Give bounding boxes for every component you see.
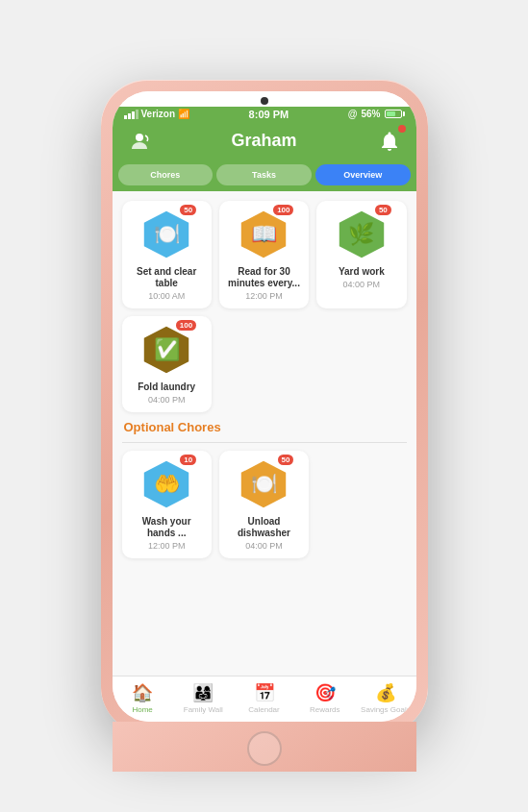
dishwasher-points: 50 bbox=[278, 455, 294, 465]
laundry-name: Fold laundry bbox=[138, 381, 195, 393]
home-button[interactable] bbox=[247, 731, 282, 766]
hexagon-reading: 📖 bbox=[238, 209, 289, 260]
tab-chores[interactable]: Chores bbox=[118, 164, 214, 185]
section-divider bbox=[122, 442, 407, 443]
nav-calendar[interactable]: 📅 Calendar bbox=[234, 682, 294, 714]
phone-screen: Verizon 📶 8:09 PM @ 56% bbox=[113, 91, 416, 722]
wash-icon: 🤲 bbox=[154, 472, 180, 497]
savings-icon: 💰 bbox=[375, 682, 396, 703]
battery-percent-label: 56% bbox=[361, 109, 380, 119]
reading-name: Read for 30 minutes every... bbox=[225, 266, 303, 289]
bottom-nav: 🏠 Home 👨‍👩‍👧 Family Wall 📅 Calendar 🎯 Re… bbox=[113, 676, 416, 722]
laundry-icon: ✅ bbox=[154, 337, 180, 362]
wash-name: Wash your hands ... bbox=[128, 516, 206, 539]
home-label: Home bbox=[132, 705, 152, 714]
home-icon: 🏠 bbox=[132, 682, 153, 703]
chore-icon-wrap-dishwasher: 🍽️ 50 bbox=[238, 458, 289, 510]
hexagon-laundry: ✅ bbox=[140, 324, 192, 376]
camera-dot bbox=[261, 97, 268, 105]
chore-icon-wrap-reading: 📖 100 bbox=[238, 209, 289, 260]
rewards-icon: 🎯 bbox=[314, 682, 336, 703]
battery-icon bbox=[385, 110, 405, 118]
tab-overview[interactable]: Overview bbox=[315, 164, 411, 185]
chore-card-dishwasher[interactable]: 🍽️ 50 Unload dishwasher 04:00 PM bbox=[219, 451, 309, 558]
dishwasher-time: 04:00 PM bbox=[245, 541, 283, 551]
hexagon-set-clear: 🍽️ bbox=[140, 209, 192, 260]
chore-icon-wrap-wash: 🤲 10 bbox=[140, 458, 192, 510]
profile-icon[interactable] bbox=[126, 128, 153, 155]
notification-badge bbox=[398, 125, 406, 133]
required-chores-grid: 🍽️ 50 Set and clear table 10:00 AM bbox=[122, 201, 407, 308]
reading-icon: 📖 bbox=[251, 222, 277, 247]
calendar-icon: 📅 bbox=[254, 682, 275, 703]
yard-points: 50 bbox=[375, 205, 391, 215]
status-left: Verizon 📶 bbox=[124, 109, 190, 119]
yard-icon: 🌿 bbox=[348, 222, 374, 247]
chore-card-reading[interactable]: 📖 100 Read for 30 minutes every... 12:00… bbox=[219, 201, 309, 308]
reading-points: 100 bbox=[273, 205, 293, 215]
savings-label: Savings Goals bbox=[361, 705, 411, 714]
carrier-label: Verizon bbox=[141, 109, 176, 119]
set-clear-name: Set and clear table bbox=[128, 266, 206, 289]
svg-point-0 bbox=[136, 134, 143, 141]
notch bbox=[113, 91, 416, 107]
status-right: @ 56% bbox=[348, 109, 405, 119]
optional-section: Optional Chores 🤲 10 bbox=[122, 420, 407, 558]
reading-time: 12:00 PM bbox=[245, 291, 283, 301]
nav-home[interactable]: 🏠 Home bbox=[113, 682, 173, 714]
set-clear-icon: 🍽️ bbox=[154, 222, 180, 247]
chore-card-set-clear-table[interactable]: 🍽️ 50 Set and clear table 10:00 AM bbox=[122, 201, 212, 308]
chore-card-yard-work[interactable]: 🌿 50 Yard work 04:00 PM bbox=[316, 201, 406, 308]
nav-savings[interactable]: 💰 Savings Goals bbox=[355, 682, 415, 714]
optional-chores-grid: 🤲 10 Wash your hands ... 12:00 PM bbox=[122, 451, 407, 558]
dishwasher-icon: 🍽️ bbox=[251, 472, 277, 497]
optional-section-label: Optional Chores bbox=[122, 420, 407, 434]
dishwasher-name: Unload dishwasher bbox=[225, 516, 303, 539]
time-label: 8:09 PM bbox=[249, 109, 289, 120]
hexagon-yard: 🌿 bbox=[336, 209, 388, 260]
app-content: 🍽️ 50 Set and clear table 10:00 AM bbox=[113, 191, 416, 676]
wash-time: 12:00 PM bbox=[148, 541, 186, 551]
home-button-area bbox=[113, 722, 416, 772]
laundry-time: 04:00 PM bbox=[148, 395, 186, 405]
header-title: Graham bbox=[231, 131, 296, 151]
app-header: Graham bbox=[113, 122, 416, 164]
set-clear-points: 50 bbox=[180, 205, 196, 215]
status-bar: Verizon 📶 8:09 PM @ 56% bbox=[113, 107, 416, 122]
required-chores-grid-2: ✅ 100 Fold laundry 04:00 PM bbox=[122, 316, 407, 412]
wifi-icon: 📶 bbox=[178, 109, 189, 119]
set-clear-time: 10:00 AM bbox=[148, 291, 185, 301]
nav-rewards[interactable]: 🎯 Rewards bbox=[294, 682, 355, 714]
location-icon: @ bbox=[348, 109, 358, 119]
family-wall-icon: 👨‍👩‍👧 bbox=[192, 682, 214, 703]
family-wall-label: Family Wall bbox=[184, 705, 223, 714]
notification-bell-icon[interactable] bbox=[376, 128, 403, 155]
tab-tasks[interactable]: Tasks bbox=[216, 164, 312, 185]
nav-family-wall[interactable]: 👨‍👩‍👧 Family Wall bbox=[173, 682, 234, 714]
laundry-points: 100 bbox=[176, 320, 196, 331]
wash-points: 10 bbox=[180, 455, 196, 465]
yard-time: 04:00 PM bbox=[343, 280, 381, 289]
chore-card-fold-laundry[interactable]: ✅ 100 Fold laundry 04:00 PM bbox=[122, 316, 212, 412]
chore-card-wash-hands[interactable]: 🤲 10 Wash your hands ... 12:00 PM bbox=[122, 451, 212, 558]
hexagon-dishwasher: 🍽️ bbox=[238, 458, 289, 510]
yard-name: Yard work bbox=[339, 266, 385, 278]
chore-icon-wrap-laundry: ✅ 100 bbox=[140, 324, 192, 376]
phone-outer: Verizon 📶 8:09 PM @ 56% bbox=[101, 80, 428, 733]
signal-icon bbox=[124, 110, 138, 119]
rewards-label: Rewards bbox=[310, 705, 340, 714]
hexagon-wash: 🤲 bbox=[140, 458, 192, 510]
calendar-label: Calendar bbox=[248, 705, 279, 714]
chore-icon-wrap-yard: 🌿 50 bbox=[336, 209, 388, 260]
chore-icon-wrap: 🍽️ 50 bbox=[140, 209, 192, 260]
tab-strip: Chores Tasks Overview bbox=[113, 164, 416, 191]
